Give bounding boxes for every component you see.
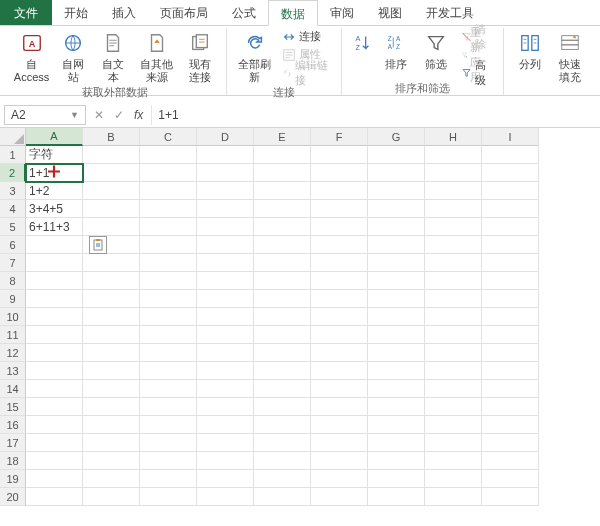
cell-G6[interactable] xyxy=(368,236,425,254)
cell-I7[interactable] xyxy=(482,254,539,272)
filter-button[interactable]: 筛选 xyxy=(416,28,456,73)
cell-H8[interactable] xyxy=(425,272,482,290)
cell-E11[interactable] xyxy=(254,326,311,344)
cell-B18[interactable] xyxy=(83,452,140,470)
cell-A9[interactable] xyxy=(26,290,83,308)
tab-file[interactable]: 文件 xyxy=(0,0,52,25)
cell-E4[interactable] xyxy=(254,200,311,218)
connections-button[interactable]: 连接 xyxy=(279,28,333,45)
cell-I20[interactable] xyxy=(482,488,539,506)
cell-C15[interactable] xyxy=(140,398,197,416)
row-header-12[interactable]: 12 xyxy=(0,344,26,362)
cell-A10[interactable] xyxy=(26,308,83,326)
cell-H19[interactable] xyxy=(425,470,482,488)
name-box[interactable]: A2 ▼ xyxy=(4,105,86,125)
cell-G4[interactable] xyxy=(368,200,425,218)
cell-E7[interactable] xyxy=(254,254,311,272)
text-to-columns-button[interactable]: 分列 xyxy=(510,28,550,73)
cell-H16[interactable] xyxy=(425,416,482,434)
cell-E9[interactable] xyxy=(254,290,311,308)
cell-D19[interactable] xyxy=(197,470,254,488)
tab-data[interactable]: 数据 xyxy=(268,0,318,26)
cell-G14[interactable] xyxy=(368,380,425,398)
cell-D7[interactable] xyxy=(197,254,254,272)
tab-insert[interactable]: 插入 xyxy=(100,0,148,25)
refresh-all-button[interactable]: 全部刷新 xyxy=(233,28,276,85)
cell-F7[interactable] xyxy=(311,254,368,272)
cell-H2[interactable] xyxy=(425,164,482,182)
cell-D2[interactable] xyxy=(197,164,254,182)
cell-I5[interactable] xyxy=(482,218,539,236)
cell-D5[interactable] xyxy=(197,218,254,236)
column-header-F[interactable]: F xyxy=(311,128,368,146)
tab-page-layout[interactable]: 页面布局 xyxy=(148,0,220,25)
cell-A8[interactable] xyxy=(26,272,83,290)
cell-C4[interactable] xyxy=(140,200,197,218)
cell-G2[interactable] xyxy=(368,164,425,182)
cell-C10[interactable] xyxy=(140,308,197,326)
column-header-D[interactable]: D xyxy=(197,128,254,146)
cell-B20[interactable] xyxy=(83,488,140,506)
column-header-E[interactable]: E xyxy=(254,128,311,146)
row-header-8[interactable]: 8 xyxy=(0,272,26,290)
from-web-button[interactable]: 自网站 xyxy=(53,28,93,85)
sort-asc-button[interactable]: AZ xyxy=(348,28,376,60)
cell-B3[interactable] xyxy=(83,182,140,200)
cell-A11[interactable] xyxy=(26,326,83,344)
cell-D8[interactable] xyxy=(197,272,254,290)
cell-A17[interactable] xyxy=(26,434,83,452)
row-header-16[interactable]: 16 xyxy=(0,416,26,434)
cell-B17[interactable] xyxy=(83,434,140,452)
row-header-5[interactable]: 5 xyxy=(0,218,26,236)
cell-G18[interactable] xyxy=(368,452,425,470)
row-header-4[interactable]: 4 xyxy=(0,200,26,218)
cell-F12[interactable] xyxy=(311,344,368,362)
cell-D4[interactable] xyxy=(197,200,254,218)
cell-C18[interactable] xyxy=(140,452,197,470)
cell-I17[interactable] xyxy=(482,434,539,452)
cell-G20[interactable] xyxy=(368,488,425,506)
cell-H9[interactable] xyxy=(425,290,482,308)
cell-A1[interactable]: 字符 xyxy=(26,146,83,164)
row-header-15[interactable]: 15 xyxy=(0,398,26,416)
paste-options-icon[interactable] xyxy=(89,236,107,254)
cell-B12[interactable] xyxy=(83,344,140,362)
cell-D10[interactable] xyxy=(197,308,254,326)
tab-formulas[interactable]: 公式 xyxy=(220,0,268,25)
row-header-14[interactable]: 14 xyxy=(0,380,26,398)
cell-G11[interactable] xyxy=(368,326,425,344)
cell-F11[interactable] xyxy=(311,326,368,344)
cell-H20[interactable] xyxy=(425,488,482,506)
cell-F1[interactable] xyxy=(311,146,368,164)
cell-D1[interactable] xyxy=(197,146,254,164)
cell-B13[interactable] xyxy=(83,362,140,380)
cell-G3[interactable] xyxy=(368,182,425,200)
cell-D6[interactable] xyxy=(197,236,254,254)
cell-H17[interactable] xyxy=(425,434,482,452)
cell-C14[interactable] xyxy=(140,380,197,398)
cell-B15[interactable] xyxy=(83,398,140,416)
cell-B5[interactable] xyxy=(83,218,140,236)
row-header-9[interactable]: 9 xyxy=(0,290,26,308)
row-header-1[interactable]: 1 xyxy=(0,146,26,164)
cell-E20[interactable] xyxy=(254,488,311,506)
existing-connections-button[interactable]: 现有连接 xyxy=(180,28,220,85)
cell-I11[interactable] xyxy=(482,326,539,344)
cell-G17[interactable] xyxy=(368,434,425,452)
cell-F6[interactable] xyxy=(311,236,368,254)
cell-B2[interactable] xyxy=(83,164,140,182)
column-header-H[interactable]: H xyxy=(425,128,482,146)
cell-G10[interactable] xyxy=(368,308,425,326)
cell-I2[interactable] xyxy=(482,164,539,182)
row-header-19[interactable]: 19 xyxy=(0,470,26,488)
from-text-button[interactable]: 自文本 xyxy=(93,28,133,85)
cell-I9[interactable] xyxy=(482,290,539,308)
cell-G19[interactable] xyxy=(368,470,425,488)
row-header-11[interactable]: 11 xyxy=(0,326,26,344)
row-header-13[interactable]: 13 xyxy=(0,362,26,380)
cell-C20[interactable] xyxy=(140,488,197,506)
cell-F19[interactable] xyxy=(311,470,368,488)
cell-E10[interactable] xyxy=(254,308,311,326)
cell-I15[interactable] xyxy=(482,398,539,416)
cell-C7[interactable] xyxy=(140,254,197,272)
